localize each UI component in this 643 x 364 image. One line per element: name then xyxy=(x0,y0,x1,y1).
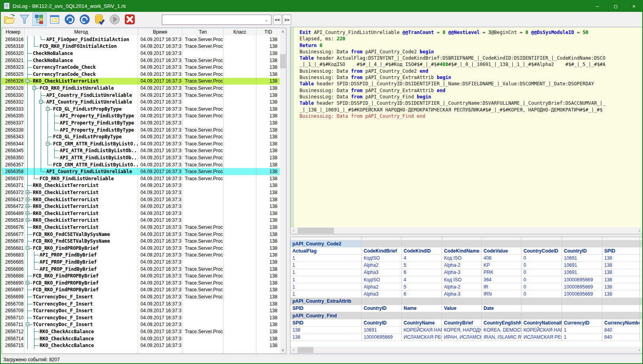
result-column-header[interactable]: SPID xyxy=(290,305,362,312)
table-row[interactable]: 2656681−FCD_RKO_FindPROPByBrief04.09.201… xyxy=(2,245,281,252)
table-row[interactable]: 2656372+RKO_CheckListTerrorList04.09.201… xyxy=(2,189,281,196)
table-data-row[interactable]: 1КодISO4Код ISO364010000695669138 xyxy=(290,276,643,283)
table-row[interactable]: 2656357FCD_CRM_ATTR_FindListByListO...04… xyxy=(2,161,281,168)
table-row[interactable]: 2656344−FCD_CRM_ATTR_FindListByListO...0… xyxy=(2,140,281,147)
table-row[interactable]: 2656343FCD_GL_FindLstPropByType04.09.201… xyxy=(2,133,281,140)
result-column-header[interactable] xyxy=(522,305,562,312)
result-column-header[interactable]: CountryBrief xyxy=(442,319,482,326)
scroll-left-icon[interactable]: ‹ xyxy=(290,347,297,353)
table-row[interactable]: 2656688FCD_RKO_FindPROPByBrief04.09.2017… xyxy=(2,272,281,279)
column-header-метод[interactable]: Метод xyxy=(25,28,138,36)
database-check-button[interactable] xyxy=(93,13,107,26)
next-button[interactable]: >> xyxy=(283,15,291,25)
chevron-down-icon[interactable]: ⌄ xyxy=(262,16,270,24)
table-data-row[interactable]: 1Alpha25Alpha-2IR010000695669138 xyxy=(290,283,643,290)
table-row[interactable]: 2656709TCurrencyDoc_F_Insert04.09.2017 1… xyxy=(2,307,281,314)
scroll-down-icon[interactable]: ∨ xyxy=(280,347,286,353)
table-row[interactable]: 2656417+RKO_CheckListTerrorList04.09.201… xyxy=(2,196,281,203)
table-row[interactable]: 2656328−FCD_RKO_FindListUnreliable04.09.… xyxy=(2,85,281,92)
expand-icon[interactable]: + xyxy=(26,218,29,222)
open-button[interactable] xyxy=(2,13,17,26)
table-row[interactable]: 2656358API_Country_FindListUnreliable04.… xyxy=(2,168,281,175)
scroll-thumb[interactable] xyxy=(298,347,313,353)
result-column-header[interactable]: CountryID xyxy=(562,247,602,254)
table-row[interactable]: 2656316API_FinOper_FindInitialAction04.0… xyxy=(2,36,281,43)
play-button[interactable] xyxy=(108,13,122,26)
panel-splitter[interactable] xyxy=(287,28,290,354)
table-row[interactable]: 2656676RKO_CheckListTerrorList04.09.2017… xyxy=(2,224,281,231)
scroll-thumb[interactable] xyxy=(280,54,286,68)
table-row[interactable]: 2656708TCurrencyDoc_F_Insert04.09.2017 1… xyxy=(2,300,281,307)
collapse-icon[interactable]: − xyxy=(32,86,36,90)
collapse-icon[interactable]: − xyxy=(26,323,29,326)
table-row[interactable]: 2656714RKO_CheckAccBalance04.09.2017 16:… xyxy=(2,335,281,342)
table-row[interactable]: 2656712RKO_CheckAccBalance04.09.2017 16:… xyxy=(2,328,281,335)
minimize-button[interactable]: – xyxy=(588,0,607,12)
result-column-header[interactable]: Date xyxy=(482,305,522,312)
table-section-row[interactable]: pAPI_Country_ExtraAttrib xyxy=(290,298,643,305)
column-separator[interactable] xyxy=(138,36,138,353)
stop-button[interactable] xyxy=(123,13,137,26)
table-data-row[interactable]: 13810691КОРЕЙСКАЯ НАРОДКОРЕЯ, НАРОДНО-ДK… xyxy=(290,326,643,334)
result-column-header[interactable] xyxy=(640,247,643,254)
maximize-button[interactable]: □ xyxy=(607,0,625,12)
scroll-right-icon[interactable]: › xyxy=(636,347,643,353)
log-horizontal-scrollbar[interactable]: ‹ › xyxy=(290,227,643,234)
scroll-left-icon[interactable]: ‹ xyxy=(290,227,297,234)
result-column-header[interactable]: CountryNationalN xyxy=(522,319,562,326)
expand-icon[interactable]: + xyxy=(26,211,29,215)
table-row[interactable]: 2656697FCD_RKO_FindPROPByBrief04.09.2017… xyxy=(2,287,281,294)
result-column-header[interactable]: CountryEnglishNa xyxy=(482,319,522,326)
result-column-header[interactable]: CodeKindID xyxy=(402,247,442,254)
result-column-header[interactable] xyxy=(640,305,643,312)
table-row[interactable]: 2656330API_Country_FindListUnreliable04.… xyxy=(2,92,281,99)
table-row[interactable]: 2656325CurrencyTranCode_Check04.09.2017 … xyxy=(2,71,281,78)
column-header-tid[interactable]: TID xyxy=(256,28,281,36)
column-header-класс[interactable]: Класс xyxy=(224,28,256,36)
table-row[interactable]: 2656320CheckNoBalance04.09.2017 16:37:33… xyxy=(2,50,281,57)
table-row[interactable]: 2656690+FCD_RKO_FindPROPByBrief04.09.201… xyxy=(2,279,281,287)
table-row[interactable]: 2656345API_ATTR_FindListByListOb...04.09… xyxy=(2,147,281,155)
result-column-header[interactable]: CurrencyID xyxy=(562,319,602,326)
result-column-header[interactable]: SPID xyxy=(602,247,640,254)
result-column-header[interactable]: Value xyxy=(442,305,482,312)
table-row[interactable]: 2656335API_Property_FindLstByType04.09.2… xyxy=(2,113,281,120)
table-row[interactable]: 2656710TCurrencyDoc_F_Insert04.09.2017 1… xyxy=(2,314,281,321)
table-row[interactable]: 2656371RKO_CheckListTerrorList04.09.2017… xyxy=(2,182,281,189)
table-row[interactable]: 2656683API_PROP_FindByBrief04.09.2017 16… xyxy=(2,252,281,259)
table-row[interactable]: 2656686API_PROP_FindByBrief04.09.2017 16… xyxy=(2,266,281,273)
result-column-header[interactable]: CodeValue xyxy=(482,247,522,254)
list-view-button[interactable] xyxy=(47,13,62,26)
expand-icon[interactable]: + xyxy=(26,190,29,194)
table-row[interactable]: 2656677FCD_RKO_FndCSETValBySysName04.09.… xyxy=(2,231,281,238)
result-column-header[interactable]: Name xyxy=(402,305,442,312)
table-row[interactable]: 2656711−TCurrencyDoc_F_Insert04.09.2017 … xyxy=(2,321,281,328)
table-row[interactable]: 2656685API_PROP_FindByBrief04.09.2017 16… xyxy=(2,258,281,266)
collapse-icon[interactable]: − xyxy=(46,142,49,145)
table-row[interactable]: 2656318FCD_RKO_FindFOInitialAction04.09.… xyxy=(2,43,281,50)
table-data-row[interactable]: 1Alpha25Alpha-2KP010691138 xyxy=(290,262,643,269)
table-data-row[interactable]: 1Alpha36Alpha-3IRN010000695669138 xyxy=(290,290,643,298)
result-column-header[interactable]: CurrencyNumber xyxy=(602,319,640,326)
search-input[interactable] xyxy=(163,16,262,24)
result-column-header[interactable] xyxy=(562,305,602,312)
column-separator[interactable] xyxy=(182,36,182,353)
table-row[interactable]: 2656350API_ATTR_FindListByListOb...04.09… xyxy=(2,154,281,161)
collapse-icon[interactable]: − xyxy=(26,246,29,250)
table-data-row[interactable]: 1КодISO4Код ISO408010691138 xyxy=(290,255,643,262)
result-column-header[interactable]: SPID xyxy=(290,319,362,326)
table-row[interactable]: 2656321CheckNoBalance04.09.2017 16:37:33… xyxy=(2,57,281,64)
search-combobox[interactable]: ⌄ xyxy=(162,15,271,25)
table-row[interactable]: 2656489+RKO_CheckListTerrorList04.09.201… xyxy=(2,210,281,217)
column-separator[interactable] xyxy=(223,36,224,353)
table-row[interactable]: 2656518+RKO_CheckListTerrorList04.09.201… xyxy=(2,217,281,224)
column-header-время[interactable]: Время xyxy=(138,28,182,36)
tree-vertical-scrollbar[interactable]: ∧ ∨ xyxy=(280,28,286,353)
result-column-header[interactable]: CodeKindName xyxy=(442,247,482,254)
result-column-header[interactable] xyxy=(602,305,640,312)
column-separator[interactable] xyxy=(256,36,256,353)
close-button[interactable]: ✕ xyxy=(625,0,643,12)
log-detail-panel[interactable]: Exit API_Country_FindListUnreliable @@Tr… xyxy=(290,27,643,234)
table-data-row[interactable]: 13810000695669ИСЛАМСКАЯ РЕСПУИРАН, ИСЛАМ… xyxy=(290,334,643,341)
table-row[interactable]: 2656370FCD_RKO_FindListUnreliable04.09.2… xyxy=(2,175,281,182)
